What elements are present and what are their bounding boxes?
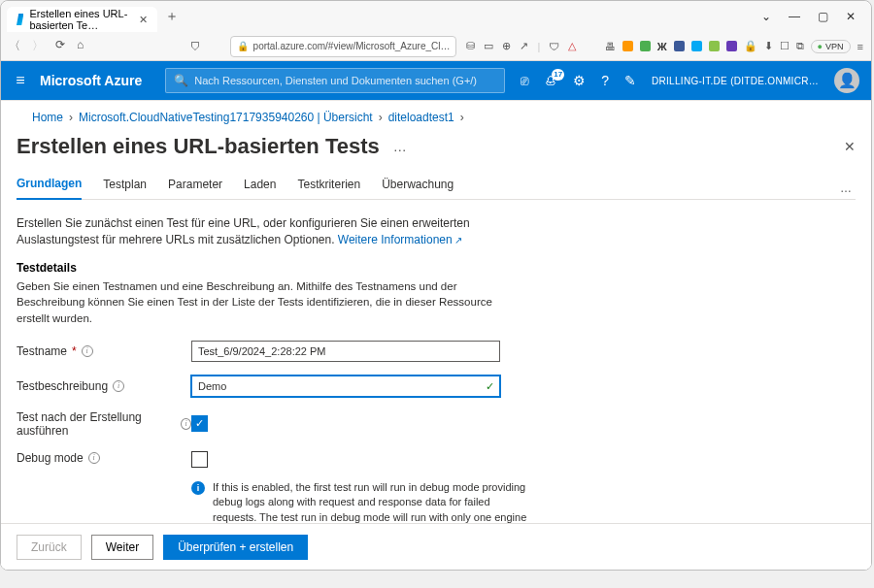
testdesc-input[interactable] (191, 376, 500, 397)
window-controls: ⌄ ― ▢ ✕ (761, 10, 865, 23)
home-icon[interactable]: ⌂ (77, 38, 84, 54)
main-surface: Home › Microsoft.CloudNativeTesting17179… (1, 100, 871, 570)
info-icon[interactable]: i (181, 418, 191, 430)
tab-grundlagen[interactable]: Grundlagen (17, 177, 82, 200)
browser-toolbar: 〈 〉 ⟳ ⌂ ⛉ 🔒 portal.azure.com/#view/Micro… (1, 32, 871, 61)
crumb-resource[interactable]: Microsoft.CloudNativeTesting171793594026… (79, 111, 373, 124)
label-testname: Testname* i (17, 344, 191, 358)
tab-overflow-icon[interactable]: … (840, 181, 856, 195)
tab-testkriterien[interactable]: Testkriterien (297, 178, 360, 199)
breadcrumb: Home › Microsoft.CloudNativeTesting17179… (17, 101, 856, 124)
wizard-footer: Zurück Weiter Überprüfen + erstellen (1, 523, 871, 570)
label-debug: Debug mode i (17, 451, 191, 465)
browser-menu-icon[interactable]: ≡ (857, 41, 863, 52)
url-text: portal.azure.com/#view/Microsoft_Azure_C… (253, 41, 451, 51)
ext-icon-4[interactable] (674, 41, 685, 51)
section-title: Testdetails (17, 261, 856, 275)
close-window-icon[interactable]: ✕ (846, 10, 856, 23)
share-icon[interactable]: ↗ (520, 40, 528, 52)
back-button: Zurück (17, 535, 82, 560)
cloud-shell-icon[interactable]: ⎚ (521, 73, 528, 88)
tab-ueberwachung[interactable]: Überwachung (382, 178, 454, 199)
vpn-pill[interactable]: ●VPN (811, 40, 851, 53)
runafter-checkbox[interactable]: ✓ (191, 415, 208, 432)
book-icon[interactable]: ▭ (484, 40, 493, 52)
crumb-home[interactable]: Home (32, 111, 63, 124)
hamburger-icon[interactable]: ≡ (1, 72, 40, 89)
browser-titlebar: Erstellen eines URL-basierten Te… ✕ ＋ ⌄ … (1, 1, 871, 32)
ext-icon-2[interactable] (640, 41, 651, 51)
next-button[interactable]: Weiter (91, 535, 153, 560)
section-description: Geben Sie einen Testnamen und eine Besch… (17, 278, 521, 327)
browser-tab[interactable]: Erstellen eines URL-basierten Te… ✕ (7, 7, 157, 32)
tab-testplan[interactable]: Testplan (103, 178, 147, 199)
ext-lock-icon[interactable]: 🔒 (744, 40, 757, 52)
ext-icon-7[interactable] (726, 41, 737, 51)
ext-icon-3[interactable]: Ж (657, 41, 667, 52)
vertical-bar: | (537, 41, 540, 52)
zoom-icon[interactable]: ⊕ (502, 40, 511, 52)
global-search[interactable]: 🔍 Nach Ressourcen, Diensten und Dokument… (165, 68, 505, 93)
forward-icon[interactable]: 〉 (32, 38, 44, 54)
search-placeholder: Nach Ressourcen, Diensten und Dokumenten… (194, 75, 477, 86)
tab-parameter[interactable]: Parameter (168, 178, 222, 199)
minimize-icon[interactable]: ― (789, 10, 800, 23)
help-icon[interactable]: ? (601, 73, 609, 88)
url-bar[interactable]: 🔒 portal.azure.com/#view/Microsoft_Azure… (230, 36, 457, 57)
tab-bar: Grundlagen Testplan Parameter Laden Test… (17, 177, 856, 200)
notif-badge: 17 (552, 69, 564, 81)
search-icon: 🔍 (174, 74, 188, 87)
info-solid-icon: i (191, 481, 205, 495)
lock-icon: 🔒 (237, 41, 249, 51)
chevron-down-icon[interactable]: ⌄ (761, 10, 771, 23)
settings-gear-icon[interactable]: ⚙ (573, 73, 586, 88)
close-blade-icon[interactable]: ✕ (844, 139, 856, 154)
page-title: Erstellen eines URL-basierten Tests (17, 134, 380, 159)
brand[interactable]: Microsoft Azure (40, 73, 165, 88)
info-icon[interactable]: i (88, 452, 100, 464)
db-icon[interactable]: ⛁ (466, 40, 475, 52)
maximize-icon[interactable]: ▢ (818, 10, 828, 23)
testname-input[interactable] (191, 341, 500, 362)
tab-laden[interactable]: Laden (244, 178, 276, 199)
ext-clip-icon[interactable]: ☐ (780, 40, 790, 52)
more-menu-icon[interactable]: … (393, 139, 407, 154)
ext-icon-1[interactable] (622, 41, 633, 51)
ext-download-icon[interactable]: ⬇ (764, 40, 773, 52)
ext-print-icon[interactable]: 🖶 (605, 41, 616, 52)
azure-favicon-icon (17, 14, 23, 25)
back-icon[interactable]: 〈 (9, 38, 20, 54)
azure-header: ≡ Microsoft Azure 🔍 Nach Ressourcen, Die… (1, 61, 871, 100)
ext-icon-6[interactable] (709, 41, 720, 51)
notifications-icon[interactable]: 🕭17 (544, 73, 557, 88)
shield2-icon[interactable]: 🛡 (549, 41, 559, 52)
close-icon[interactable]: ✕ (139, 14, 148, 26)
intro-text: Erstellen Sie zunächst einen Test für ei… (17, 215, 521, 249)
learn-more-link[interactable]: Weitere Informationen (338, 233, 463, 246)
label-testdesc: Testbeschreibung i (17, 379, 191, 393)
tenant-label[interactable]: DRILLING-IT.DE (DITDE.ONMICR… (652, 76, 819, 86)
shield-icon[interactable]: ⛉ (190, 41, 201, 52)
ext-icon-5[interactable] (691, 41, 702, 51)
warning-icon[interactable]: △ (568, 40, 576, 52)
review-create-button[interactable]: Überprüfen + erstellen (163, 535, 308, 560)
ext-ext-icon[interactable]: ⧉ (796, 40, 804, 52)
label-runafter: Test nach der Erstellung ausführen i (17, 410, 191, 438)
info-icon[interactable]: i (113, 380, 124, 392)
feedback-icon[interactable]: ✎ (624, 73, 636, 88)
debug-checkbox[interactable] (191, 451, 208, 468)
refresh-icon[interactable]: ⟳ (55, 38, 65, 54)
browser-tab-title: Erstellen eines URL-basierten Te… (29, 8, 133, 31)
avatar[interactable]: 👤 (834, 68, 859, 93)
crumb-leaf[interactable]: diteloadtest1 (388, 111, 454, 124)
new-tab-button[interactable]: ＋ (165, 8, 179, 25)
info-icon[interactable]: i (82, 345, 93, 357)
